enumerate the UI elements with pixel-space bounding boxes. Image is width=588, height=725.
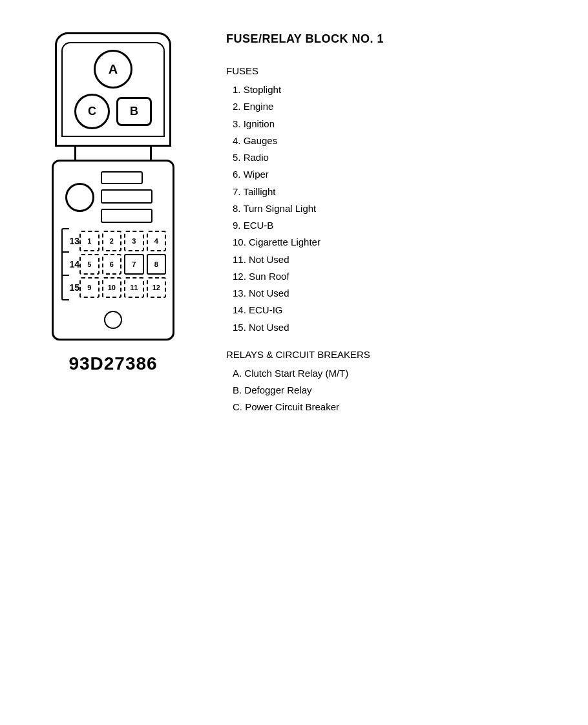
- fuse-cell-3: 3: [124, 231, 144, 251]
- fuse-block-diagram: A C B: [52, 32, 174, 374]
- fuse-cell-1: 1: [79, 231, 100, 251]
- diagram-section: A C B: [19, 26, 207, 374]
- fuse-item-6: 6. Wiper: [226, 166, 569, 183]
- fuse-cell-7: 7: [124, 254, 144, 275]
- bottom-mounting-hole: [104, 311, 122, 329]
- relays-label: RELAYS & CIRCUIT BREAKERS: [226, 349, 569, 360]
- fuse-cell-6: 6: [102, 254, 122, 275]
- fuse-cell-11: 11: [124, 277, 144, 298]
- fuse-rect-1: [101, 171, 143, 184]
- fuse-item-5: 5. Radio: [226, 149, 569, 166]
- relay-top-block: A C B: [55, 32, 171, 147]
- fuse-list: 1. Stoplight2. Engine3. Ignition4. Gauge…: [226, 81, 569, 336]
- info-section: FUSE/RELAY BLOCK NO. 1 FUSES 1. Stopligh…: [207, 26, 569, 416]
- fuse-row-1: 13 1 2 3 4: [79, 231, 166, 251]
- relay-a-label: A: [109, 62, 118, 77]
- row-label-14: 14: [61, 251, 79, 277]
- row-label-13: 13: [61, 228, 79, 254]
- fuse-rect-3: [101, 209, 152, 223]
- fuse-item-14: 14. ECU-IG: [226, 302, 569, 319]
- fuse-cell-8: 8: [147, 254, 167, 275]
- fuse-cell-9: 9: [79, 277, 100, 298]
- main-title: FUSE/RELAY BLOCK NO. 1: [226, 32, 569, 46]
- relay-item-2: B. Defogger Relay: [226, 382, 569, 399]
- fuse-cell-10: 10: [102, 277, 122, 298]
- fuse-top-components: [60, 171, 166, 223]
- fuse-row-2: 14 5 6 7 8: [79, 254, 166, 275]
- fuse-cell-12: 12: [147, 277, 167, 298]
- fuse-row-3: 15 9 10 11 12: [79, 277, 166, 298]
- fuse-item-2: 2. Engine: [226, 98, 569, 115]
- fuse-item-1: 1. Stoplight: [226, 81, 569, 98]
- fuses-label: FUSES: [226, 65, 569, 76]
- fuse-item-10: 10. Cigarette Lighter: [226, 234, 569, 251]
- relay-item-3: C. Power Circuit Breaker: [226, 399, 569, 415]
- fuse-main-body: 13 1 2 3 4 14 5 6 7 8: [52, 160, 174, 341]
- fuse-item-9: 9. ECU-B: [226, 217, 569, 234]
- fuse-cell-5: 5: [79, 254, 100, 275]
- relay-a: A: [94, 50, 132, 89]
- fuse-item-7: 7. Taillight: [226, 184, 569, 200]
- fuse-item-11: 11. Not Used: [226, 251, 569, 268]
- fuse-item-15: 15. Not Used: [226, 319, 569, 336]
- fuse-grid: 13 1 2 3 4 14 5 6 7 8: [60, 231, 166, 298]
- fuse-item-4: 4. Gauges: [226, 132, 569, 149]
- relay-c: C: [74, 94, 110, 129]
- fuse-cell-2: 2: [102, 231, 122, 251]
- connector-neck: [74, 147, 152, 160]
- relays-section: RELAYS & CIRCUIT BREAKERS A. Clutch Star…: [226, 349, 569, 416]
- fuse-item-3: 3. Ignition: [226, 116, 569, 132]
- fuse-rect-2: [101, 189, 152, 204]
- fuse-item-12: 12. Sun Roof: [226, 268, 569, 285]
- fuse-item-8: 8. Turn Signal Light: [226, 200, 569, 217]
- fuse-rectangles: [101, 171, 152, 223]
- relay-b: B: [116, 97, 152, 126]
- relay-item-1: A. Clutch Start Relay (M/T): [226, 365, 569, 382]
- fuse-item-13: 13. Not Used: [226, 285, 569, 302]
- relay-c-label: C: [88, 105, 96, 118]
- relay-list: A. Clutch Start Relay (M/T)B. Defogger R…: [226, 365, 569, 416]
- part-number: 93D27386: [68, 353, 157, 374]
- row-label-15: 15: [61, 275, 79, 300]
- fuse-large-circle: [65, 183, 94, 212]
- fuse-cell-4: 4: [147, 231, 167, 251]
- relay-b-label: B: [130, 105, 138, 118]
